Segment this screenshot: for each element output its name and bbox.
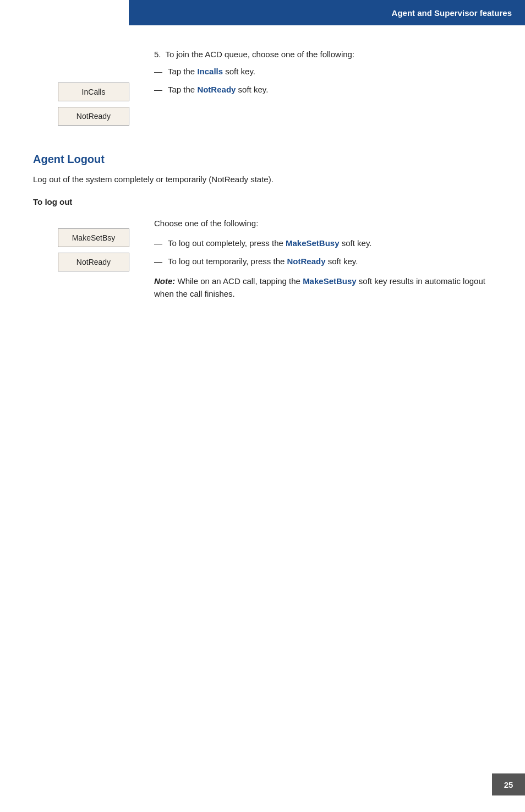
step5-bullets: — Tap the Incalls soft key. — Tap the No… <box>154 66 492 96</box>
logout-bullet-2: — To log out temporarily, press the NotR… <box>154 255 492 268</box>
notready-keyword-2: NotReady <box>287 257 326 266</box>
step5-softkeys: InCalls NotReady <box>33 50 154 126</box>
dash-icon-4: — <box>154 255 162 268</box>
step5-bullet-2: — Tap the NotReady soft key. <box>154 84 492 96</box>
agent-logout-title: Agent Logout <box>33 153 492 166</box>
step5-content: 5.To join the ACD queue, choose one of t… <box>154 50 492 126</box>
logout-softkeys: MakeSetBsy NotReady <box>33 217 154 301</box>
logout-bullet-1: — To log out completely, press the MakeS… <box>154 237 492 250</box>
step5-bullet-1: — Tap the Incalls soft key. <box>154 66 492 78</box>
note-label: Note: <box>154 276 175 286</box>
agent-logout-desc: Log out of the system completely or temp… <box>33 173 492 186</box>
page-number: 25 <box>492 773 525 795</box>
step5-section: InCalls NotReady 5.To join the ACD queue… <box>33 50 492 126</box>
header-title: Agent and Supervisor features <box>392 8 512 18</box>
dash-icon-3: — <box>154 237 162 250</box>
tologout-subtitle: To log out <box>33 197 492 206</box>
step5-bullet-1-text: Tap the Incalls soft key. <box>168 66 255 78</box>
makesetbsy-softkey: MakeSetBsy <box>58 228 129 247</box>
logout-bullet-2-text: To log out temporarily, press the NotRea… <box>168 255 358 268</box>
logout-section: MakeSetBsy NotReady Choose one of the fo… <box>33 217 492 301</box>
dash-icon-2: — <box>154 84 162 96</box>
incalls-softkey: InCalls <box>58 83 129 101</box>
logout-bullets: — To log out completely, press the MakeS… <box>154 237 492 268</box>
incalls-keyword: Incalls <box>197 67 223 76</box>
notready-keyword-1: NotReady <box>197 85 236 94</box>
makesetbusy-keyword-2: MakeSetBusy <box>303 276 357 286</box>
dash-icon-1: — <box>154 66 162 78</box>
main-content: InCalls NotReady 5.To join the ACD queue… <box>0 0 525 300</box>
step5-number: 5.To join the ACD queue, choose one of t… <box>154 50 492 59</box>
logout-content: Choose one of the following: — To log ou… <box>154 217 492 301</box>
note-text: Note: While on an ACD call, tapping the … <box>154 275 492 300</box>
notready-softkey-logout: NotReady <box>58 253 129 271</box>
notready-softkey-step5: NotReady <box>58 107 129 126</box>
step5-bullet-2-text: Tap the NotReady soft key. <box>168 84 268 96</box>
logout-intro-text: Choose one of the following: <box>154 217 492 230</box>
logout-bullet-1-text: To log out completely, press the MakeSet… <box>168 237 371 250</box>
header-bar: Agent and Supervisor features <box>129 0 525 25</box>
makesetbusy-keyword-1: MakeSetBusy <box>286 238 340 248</box>
